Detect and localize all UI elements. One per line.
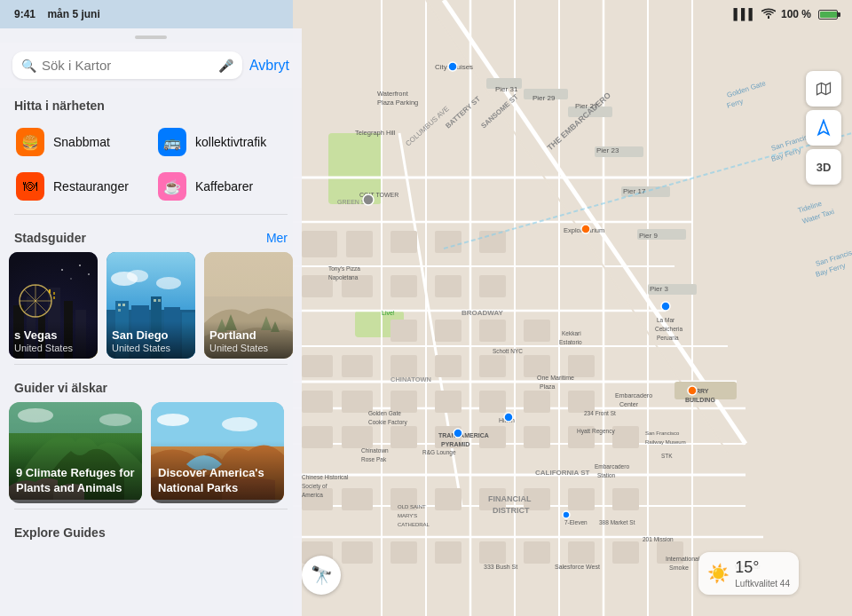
snabbmat-icon: 🍔: [16, 128, 44, 156]
svg-point-160: [563, 511, 570, 518]
svg-point-161: [688, 386, 697, 395]
cancel-button[interactable]: Avbryt: [249, 58, 289, 74]
svg-text:201 Mission: 201 Mission: [643, 536, 674, 542]
love-card-climate-overlay: 9 Climate Refuges for Plants and Animals: [9, 441, 142, 503]
svg-text:Cebicheria: Cebicheria: [655, 326, 682, 332]
svg-point-188: [88, 273, 90, 275]
guide-card-sandiego-overlay: San Diego United States: [106, 321, 195, 359]
microphone-icon[interactable]: 🎤: [218, 59, 233, 73]
svg-point-220: [157, 414, 189, 426]
svg-rect-189: [49, 289, 51, 293]
svg-text:Estatorio: Estatorio: [559, 339, 582, 345]
city-guides-header: Stadsguider Mer: [0, 220, 302, 252]
kollektiv-icon: 🚌: [158, 128, 186, 156]
svg-rect-44: [390, 320, 417, 342]
love-card-climate[interactable]: 9 Climate Refuges for Plants and Animals: [9, 402, 142, 503]
svg-rect-34: [302, 231, 337, 257]
svg-text:Pier 31: Pier 31: [495, 85, 518, 93]
svg-point-205: [127, 270, 148, 282]
svg-text:Station: Station: [597, 472, 616, 478]
nearby-item-kaffebar[interactable]: ☕ Kaffebarer: [151, 164, 293, 209]
drag-handle: [135, 36, 167, 39]
binoculars-button[interactable]: 🔭: [302, 556, 341, 595]
svg-rect-200: [122, 304, 125, 306]
svg-rect-203: [158, 299, 161, 302]
city-guides-more[interactable]: Mer: [266, 231, 288, 245]
guide-card-vegas-country: United States: [14, 343, 92, 353]
search-icon: 🔍: [21, 59, 36, 73]
search-input[interactable]: [42, 58, 213, 73]
weather-temperature: 15°: [735, 557, 790, 578]
svg-text:La Mar: La Mar: [657, 317, 675, 323]
guide-card-vegas-overlay: s Vegas United States: [9, 321, 98, 359]
status-bar: 9:41 mån 5 juni ▌▌▌ 100 %: [0, 0, 852, 28]
love-card-national-parks[interactable]: Discover America's National Parks: [151, 402, 284, 503]
svg-rect-191: [53, 292, 55, 295]
svg-rect-60: [524, 391, 550, 413]
love-guides-row: 9 Climate Refuges for Plants and Animals: [0, 402, 302, 503]
city-guides-row: s Vegas United States: [0, 252, 302, 359]
search-input-wrapper[interactable]: 🔍 🎤: [12, 51, 242, 79]
svg-rect-41: [390, 275, 417, 297]
svg-text:Center: Center: [619, 401, 639, 407]
svg-point-155: [448, 62, 457, 71]
svg-text:STK: STK: [661, 453, 673, 459]
svg-text:Live!: Live!: [382, 310, 395, 316]
location-button[interactable]: [806, 110, 841, 146]
svg-text:Embarcadero: Embarcadero: [615, 392, 652, 399]
guide-card-vegas[interactable]: s Vegas United States: [9, 252, 98, 359]
nearby-item-kollektiv[interactable]: 🚌 kollektivtrafik: [151, 120, 293, 164]
svg-text:CALIFORNIA ST: CALIFORNIA ST: [535, 469, 590, 477]
svg-rect-39: [435, 231, 462, 253]
svg-rect-201: [118, 309, 121, 312]
guide-card-sandiego-country: United States: [112, 343, 190, 353]
status-date: mån 5 juni: [47, 8, 99, 20]
restaurang-label: Restauranger: [53, 179, 129, 193]
svg-text:Tony's Pizza: Tony's Pizza: [328, 265, 360, 272]
nearby-item-restauranger[interactable]: 🍽 Restauranger: [9, 164, 151, 209]
nearby-item-snabbmat[interactable]: 🍔 Snabbmat: [9, 120, 151, 164]
threed-button[interactable]: 3D: [806, 149, 841, 185]
svg-text:Telegraph Hill: Telegraph Hill: [355, 129, 396, 137]
svg-rect-71: [342, 488, 373, 510]
svg-text:America: America: [302, 492, 323, 498]
svg-rect-63: [342, 426, 373, 448]
svg-text:Pier 27: Pier 27: [575, 102, 598, 110]
guide-card-vegas-city: s Vegas: [14, 328, 92, 343]
svg-rect-202: [154, 299, 156, 302]
status-time-date: 9:41 mån 5 juni: [14, 8, 100, 20]
svg-rect-76: [568, 488, 595, 510]
guide-card-portland-country: United States: [209, 343, 288, 353]
kaffebar-icon: ☕: [158, 172, 186, 201]
svg-rect-69: [612, 426, 639, 448]
weather-info: 15° Luftkvalitet 44: [735, 557, 790, 589]
svg-text:Kekkari: Kekkari: [562, 330, 581, 336]
kollektiv-label: kollektivtrafik: [195, 135, 266, 149]
signal-icon: ▌▌▌: [733, 8, 756, 20]
svg-text:Chinese Historical: Chinese Historical: [302, 474, 349, 480]
search-bar: 🔍 🎤 Avbryt: [0, 43, 302, 88]
svg-text:Napoletana: Napoletana: [328, 274, 359, 281]
guide-card-portland[interactable]: Portland United States: [204, 252, 293, 359]
svg-text:BUILDING: BUILDING: [685, 397, 715, 403]
sidebar-scroll[interactable]: Hitta i närheten 🍔 Snabbmat 🚌 kollektivt…: [0, 88, 302, 616]
svg-point-187: [70, 278, 72, 280]
map-type-button[interactable]: [806, 71, 841, 107]
svg-text:R&G Lounge: R&G Lounge: [422, 449, 456, 456]
svg-rect-64: [390, 426, 417, 448]
svg-rect-50: [390, 355, 417, 377]
svg-text:CHINATOWN: CHINATOWN: [390, 375, 431, 383]
svg-text:OLD SAINT: OLD SAINT: [398, 504, 426, 509]
status-time: 9:41: [14, 8, 36, 20]
svg-rect-35: [346, 231, 373, 257]
guide-card-sandiego[interactable]: San Diego United States: [106, 252, 195, 359]
svg-point-221: [222, 417, 257, 431]
status-indicators: ▌▌▌ 100 %: [733, 8, 838, 21]
city-guides-label: Stadsguider: [14, 231, 86, 245]
svg-rect-49: [342, 355, 373, 377]
svg-rect-38: [390, 231, 417, 253]
svg-rect-67: [524, 426, 550, 448]
svg-point-186: [79, 265, 81, 266]
nearby-section-label: Hitta i närheten: [0, 88, 302, 120]
svg-text:7-Eleven: 7-Eleven: [564, 519, 588, 525]
